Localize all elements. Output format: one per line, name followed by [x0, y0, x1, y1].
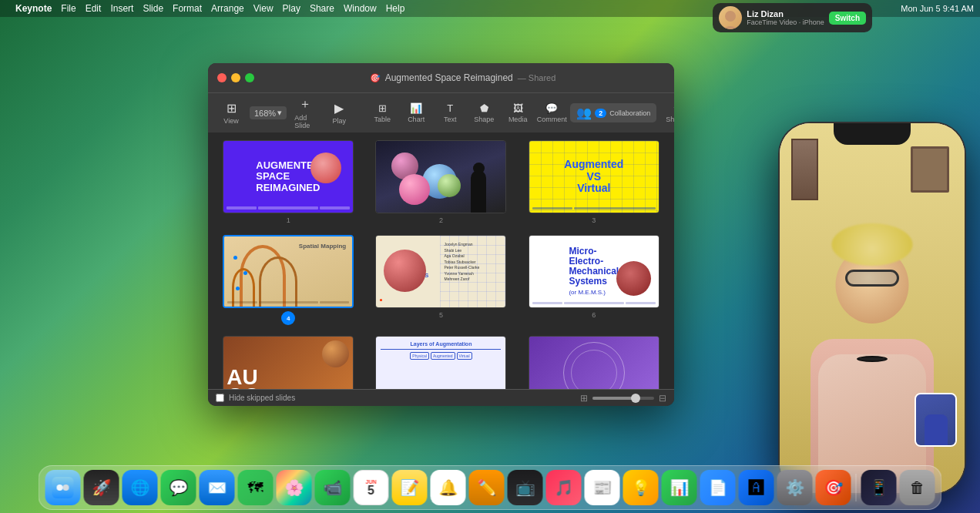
slide1-ball-shape — [310, 153, 341, 183]
menu-format[interactable]: Format — [173, 3, 202, 14]
menu-window[interactable]: Window — [344, 3, 377, 14]
dock-app-finder[interactable] — [45, 470, 81, 505]
dock-app-launchpad[interactable]: 🚀 — [84, 470, 119, 505]
dock-app-messages[interactable]: 💬 — [161, 470, 196, 505]
slide-item-4[interactable]: Spatial Mapping — [217, 235, 359, 325]
slide-thumbnail-4[interactable]: Spatial Mapping — [223, 235, 354, 308]
slide-thumbnail-1[interactable]: AUGMENTEDSPACEREIMAGINED — [223, 140, 354, 213]
toolbar-chart-label: Chart — [408, 116, 425, 123]
close-button[interactable] — [217, 73, 227, 82]
slide-item-8[interactable]: Layers of Augmentation Physical Augmente… — [370, 336, 512, 389]
slide-thumbnail-6[interactable]: Micro-Electro-MechanicalSystems(or M.E.M… — [529, 235, 659, 308]
slide-item-9[interactable]: Physical Augmented Virtual 9 — [523, 336, 665, 389]
collaboration-button[interactable]: 👥 2 Collaboration — [570, 103, 656, 122]
toolbar-share[interactable]: ↑ Share — [659, 101, 674, 125]
dock-app-notes[interactable]: 📝 — [392, 470, 428, 505]
toolbar-zoom-control[interactable]: 168% ▾ — [250, 106, 287, 119]
dock-app-safari[interactable]: 🌐 — [123, 470, 158, 505]
dock-app-pages[interactable]: 📄 — [700, 470, 736, 505]
dock-app-trash[interactable]: 🗑 — [900, 470, 935, 505]
dock-app-settings[interactable]: ⚙️ — [777, 470, 813, 505]
toolbar-shape[interactable]: ⬟ Shape — [468, 101, 499, 125]
slide-number-1: 1 — [287, 216, 290, 224]
dock-app-freeform[interactable]: ✏️ — [469, 470, 505, 505]
dock-app-news[interactable]: 📰 — [585, 470, 620, 505]
slide-thumbnail-5[interactable]: PANEL OFARCHITECTS Jocelyn EngmanShabi L… — [375, 235, 506, 308]
hide-skipped-checkbox[interactable] — [216, 394, 224, 402]
menu-arrange[interactable]: Arrange — [211, 3, 244, 14]
dock-app-tips[interactable]: 💡 — [623, 470, 659, 505]
toolbar-media[interactable]: 🖼 Media — [502, 101, 533, 125]
window-titlebar: 🎯 Augmented Space Reimagined — Shared — [208, 63, 674, 92]
person-glasses — [845, 270, 899, 287]
menu-edit[interactable]: Edit — [86, 3, 102, 14]
dock-app-facetime[interactable]: 📹 — [315, 470, 351, 505]
zoom-slider[interactable] — [592, 397, 654, 400]
slide6-sphere — [616, 261, 651, 296]
dock-app-tv[interactable]: 📺 — [508, 470, 543, 505]
menu-help[interactable]: Help — [386, 3, 405, 14]
toolbar-text[interactable]: T Text — [435, 101, 465, 125]
toolbar-add-slide[interactable]: ＋ Add Slide — [290, 95, 321, 131]
toolbar-view[interactable]: ⊞ View — [216, 99, 247, 126]
dock-app-appstore[interactable]: 🅰 — [739, 470, 774, 505]
slide-item-6[interactable]: Micro-Electro-MechanicalSystems(or M.E.M… — [523, 235, 665, 325]
comment-icon: 💬 — [545, 102, 558, 114]
slide-item-3[interactable]: AugmentedVSVirtual 3 — [523, 140, 665, 224]
toolbar-comment-label: Comment — [537, 116, 567, 123]
slide-thumbnail-9[interactable]: Physical Augmented Virtual — [529, 336, 659, 389]
slide-item-1[interactable]: AUGMENTEDSPACEREIMAGINED 1 — [217, 140, 359, 224]
app-name[interactable]: Keynote — [15, 3, 52, 14]
menu-insert[interactable]: Insert — [110, 3, 133, 14]
menu-file[interactable]: File — [61, 3, 76, 14]
slide-thumbnail-8[interactable]: Layers of Augmentation Physical Augmente… — [375, 336, 506, 389]
slide-thumbnail-7[interactable]: AUGO — [223, 336, 354, 389]
dock-app-photos[interactable]: 🌸 — [277, 470, 312, 505]
view-list-icon[interactable]: ⊟ — [659, 393, 666, 404]
facetime-avatar — [719, 6, 742, 29]
self-view-figure — [925, 414, 948, 445]
dock-app-mail[interactable]: ✉️ — [200, 470, 235, 505]
slide4-title: Spatial Mapping — [299, 243, 346, 250]
minimize-button[interactable] — [231, 73, 240, 82]
slide9-circle2 — [571, 350, 617, 390]
dock-app-calendar[interactable]: JUN 5 — [354, 470, 389, 505]
dock-app-music[interactable]: 🎵 — [546, 470, 582, 505]
toolbar-table-label: Table — [374, 116, 391, 123]
toolbar-share-label: Share — [666, 116, 674, 123]
slide7-sphere — [322, 340, 349, 367]
slide8-labels: Physical Augmented Virtual — [381, 352, 501, 360]
toolbar-table[interactable]: ⊞ Table — [367, 101, 398, 125]
zoom-slider-thumb[interactable] — [631, 394, 640, 403]
dock-app-maps[interactable]: 🗺 — [238, 470, 274, 505]
window-title: Augmented Space Reimagined — [385, 72, 513, 83]
slide-thumbnail-2[interactable] — [375, 140, 506, 213]
slide-item-7[interactable]: AUGO 7 — [217, 336, 359, 389]
menu-view[interactable]: View — [253, 3, 274, 14]
statusbar-left: Hide skipped slides — [216, 394, 295, 402]
dock-app-iphone-mirroring[interactable]: 📱 — [861, 470, 897, 505]
slide-thumbnail-3[interactable]: AugmentedVSVirtual — [529, 140, 659, 213]
dock-app-keynote[interactable]: 🎯 — [816, 470, 851, 505]
toolbar-chart[interactable]: 📊 Chart — [401, 101, 431, 125]
zoom-chevron-icon: ▾ — [277, 108, 282, 118]
menu-slide[interactable]: Slide — [143, 3, 163, 14]
menu-share[interactable]: Share — [310, 3, 334, 14]
self-view-content — [916, 394, 955, 445]
window-statusbar: Hide skipped slides ⊞ ⊟ — [208, 389, 674, 406]
maximize-button[interactable] — [245, 73, 254, 82]
menu-play[interactable]: Play — [283, 3, 300, 14]
slide-item-2[interactable]: 2 — [370, 140, 512, 224]
toolbar-comment[interactable]: 💬 Comment — [536, 101, 567, 125]
dock-app-numbers[interactable]: 📊 — [662, 470, 697, 505]
view-grid-icon[interactable]: ⊞ — [580, 393, 588, 404]
slide-item-5[interactable]: PANEL OFARCHITECTS Jocelyn EngmanShabi L… — [370, 235, 512, 325]
facetime-caller-name: Liz Dizan — [747, 9, 824, 18]
dock-app-reminders[interactable]: 🔔 — [431, 470, 466, 505]
facetime-switch-button[interactable]: Switch — [829, 12, 866, 25]
traffic-lights — [217, 73, 254, 82]
toolbar-play[interactable]: ▶ Play — [324, 99, 354, 126]
dock-divider — [856, 474, 857, 501]
zoom-value: 168% — [254, 109, 276, 118]
slide-grid-area[interactable]: AUGMENTEDSPACEREIMAGINED 1 — [208, 132, 674, 389]
